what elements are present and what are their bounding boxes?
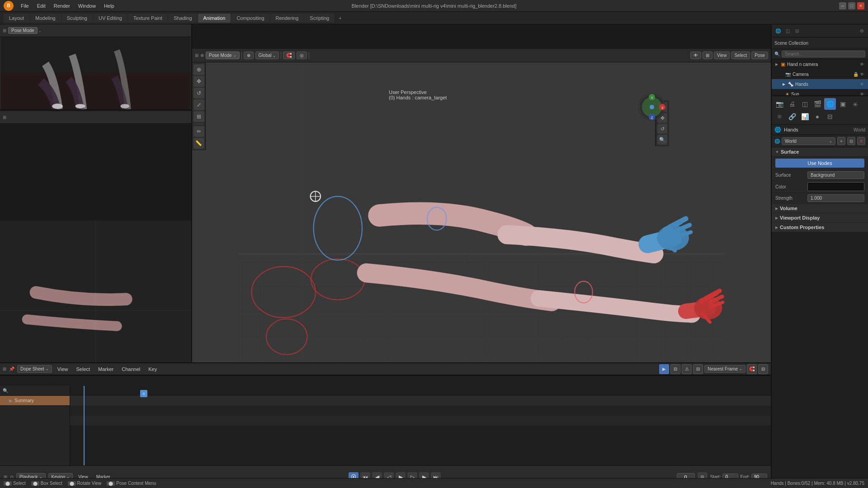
world-name-selector[interactable]: World ⌄ xyxy=(782,137,835,145)
material-props-icon[interactable]: ● xyxy=(811,111,823,122)
maximize-button[interactable]: □ xyxy=(848,2,855,9)
ds-snap-icon[interactable]: 🧲 xyxy=(747,364,757,374)
view-layer-icon-btn[interactable]: ◫ xyxy=(783,26,792,35)
ds-sync-btn[interactable]: ⊟ xyxy=(670,364,680,374)
surface-section-header[interactable]: ▼ Surface xyxy=(772,147,868,157)
timeline-content-area[interactable] xyxy=(70,386,771,465)
rotate-tool-btn-lt[interactable]: ↺ xyxy=(193,88,204,99)
dopesheet-toggle[interactable]: ⊞ xyxy=(3,366,6,371)
cursor-tool-btn[interactable]: ⊕ xyxy=(193,64,204,75)
view-btn[interactable]: View xyxy=(714,52,730,59)
object-props-icon[interactable]: ▣ xyxy=(837,98,849,110)
surface-value[interactable]: Background xyxy=(807,171,864,179)
close-button[interactable]: ✕ xyxy=(857,2,864,9)
tab-scripting[interactable]: Scripting xyxy=(304,14,335,23)
nearest-frame-selector[interactable]: Nearest Frame ⌄ xyxy=(704,365,745,373)
tab-modeling[interactable]: Modeling xyxy=(30,14,61,23)
annotate-btn[interactable]: ✏ xyxy=(193,126,204,137)
main-3d-viewport[interactable]: User Perspective (0) Hands : camera_targ… xyxy=(192,62,771,375)
world-remove-btn[interactable]: ✕ xyxy=(857,137,865,145)
camera-view-toggle[interactable]: ⊞ xyxy=(3,28,6,33)
outliner-search-input[interactable] xyxy=(782,51,865,57)
ds-filter-active-btn[interactable]: ▶ xyxy=(659,364,669,374)
tab-sculpting[interactable]: Sculpting xyxy=(61,14,93,23)
navigation-gizmo[interactable]: X Y Z xyxy=(636,91,668,123)
global-btn[interactable]: Global ⌄ xyxy=(255,52,279,59)
tab-shading[interactable]: Shading xyxy=(168,14,197,23)
outliner-item-sun[interactable]: ☀ Sun 👁 xyxy=(772,89,868,96)
constraints-props-icon[interactable]: 🔗 xyxy=(786,111,798,122)
use-nodes-button[interactable]: Use Nodes xyxy=(775,159,864,168)
tab-uv-editing[interactable]: UV Editing xyxy=(93,14,127,23)
camera-mode-selector[interactable]: Pose Mode ⌄ xyxy=(8,28,42,33)
world-browse-btn[interactable]: ⊟ xyxy=(847,137,855,145)
zoom-btn[interactable]: 🔍 xyxy=(657,135,667,145)
color-swatch[interactable] xyxy=(808,183,864,191)
box-key-icon: ⬤ xyxy=(31,481,39,486)
menu-file[interactable]: File xyxy=(17,2,33,9)
ds-key-btn[interactable]: Key xyxy=(146,366,160,373)
menu-help[interactable]: Help xyxy=(100,2,118,9)
scene-icon-btn[interactable]: 🌐 xyxy=(774,26,783,35)
ds-warn-icon[interactable]: ⚠ xyxy=(682,364,692,374)
menu-window[interactable]: Window xyxy=(75,2,99,9)
data-props-icon[interactable]: 📊 xyxy=(799,111,811,122)
scale-tool-btn-lt[interactable]: ⤢ xyxy=(193,99,204,110)
texture-props-icon[interactable]: ⊟ xyxy=(824,111,836,122)
dopesheet-pin-icon[interactable]: 📌 xyxy=(9,366,14,371)
ds-view-btn[interactable]: View xyxy=(55,366,71,373)
outliner-item-camera[interactable]: 📷 Camera 🔒 👁 xyxy=(772,69,868,79)
outliner-settings-btn[interactable]: ⚙ xyxy=(857,26,866,35)
render-props-icon[interactable]: 📷 xyxy=(774,98,785,110)
proportional-edit[interactable]: ◎ xyxy=(297,52,307,59)
outliner-item-hand-n-camera[interactable]: ▶ ▣ Hand n camera 👁 xyxy=(772,59,868,69)
pose-mode-selector[interactable]: Pose Mode ⌄ xyxy=(206,52,240,59)
eye-icon-1[interactable]: 👁 xyxy=(860,62,864,67)
left-view-toggle[interactable]: ⊞ xyxy=(3,115,6,120)
physics-props-icon[interactable]: ⚛ xyxy=(774,111,785,122)
viewport-gizmo-btn[interactable]: ⊞ xyxy=(703,52,712,59)
select-btn[interactable]: Select xyxy=(731,52,750,59)
snap-toggle[interactable]: 🧲 xyxy=(283,52,295,59)
ds-filter-btn[interactable]: ⊟ xyxy=(693,364,703,374)
add-workspace-button[interactable]: + xyxy=(335,14,345,23)
world-props-icon[interactable]: 🌐 xyxy=(824,98,836,110)
filter-icon-btn[interactable]: ⊟ xyxy=(793,26,802,35)
ds-select-btn[interactable]: Select xyxy=(73,366,93,373)
strength-value[interactable]: 1.000 xyxy=(807,194,864,202)
scene-props-icon[interactable]: 🎬 xyxy=(811,98,823,110)
tab-compositing[interactable]: Compositing xyxy=(231,14,269,23)
ds-channel-btn[interactable]: Channel xyxy=(119,366,143,373)
volume-section-header[interactable]: ▶ Volume xyxy=(772,204,868,213)
viewport-toggle-icon[interactable]: ⊞ xyxy=(195,53,198,58)
viewport-overlay-btn[interactable]: 👁 xyxy=(690,52,701,59)
tab-rendering[interactable]: Rendering xyxy=(270,14,304,23)
output-props-icon[interactable]: 🖨 xyxy=(786,98,798,110)
tab-layout[interactable]: Layout xyxy=(4,14,29,23)
custom-props-header[interactable]: ▶ Custom Properties xyxy=(772,223,868,232)
volume-arrow-icon: ▶ xyxy=(775,206,778,211)
outliner-item-hands[interactable]: ▶ 🦴 Hands 👁 xyxy=(772,79,868,89)
tab-animation[interactable]: Animation xyxy=(198,14,231,23)
ds-marker-btn[interactable]: Marker xyxy=(95,366,116,373)
minimize-button[interactable]: ─ xyxy=(839,2,846,9)
tab-texture-paint[interactable]: Texture Paint xyxy=(128,14,168,23)
summary-track-label[interactable]: ▶ Summary xyxy=(0,396,70,406)
view-layer-props-icon[interactable]: ◫ xyxy=(799,98,811,110)
dopesheet-mode-selector[interactable]: Dope Sheet ⌄ xyxy=(17,365,52,373)
move-tool-btn-lt[interactable]: ✥ xyxy=(193,76,204,87)
menu-render[interactable]: Render xyxy=(50,2,74,9)
cursor-icon[interactable]: ⊕ xyxy=(200,53,204,58)
menu-edit[interactable]: Edit xyxy=(33,2,49,9)
blender-logo-icon[interactable]: B xyxy=(4,1,14,11)
transform-tool-btn[interactable]: ⊞ xyxy=(193,111,204,122)
particles-props-icon[interactable]: ⚹ xyxy=(849,98,861,110)
viewport-display-header[interactable]: ▶ Viewport Display xyxy=(772,213,868,223)
world-add-btn[interactable]: + xyxy=(837,137,845,145)
color-value[interactable] xyxy=(807,182,864,191)
measure-btn[interactable]: 📏 xyxy=(193,138,204,149)
ds-more-btn[interactable]: ⊟ xyxy=(758,364,768,374)
rotate-tool-btn[interactable]: ↺ xyxy=(657,124,667,134)
pose-btn[interactable]: Pose xyxy=(751,52,768,59)
pivot-point-btn[interactable]: ⊕ xyxy=(244,52,254,59)
